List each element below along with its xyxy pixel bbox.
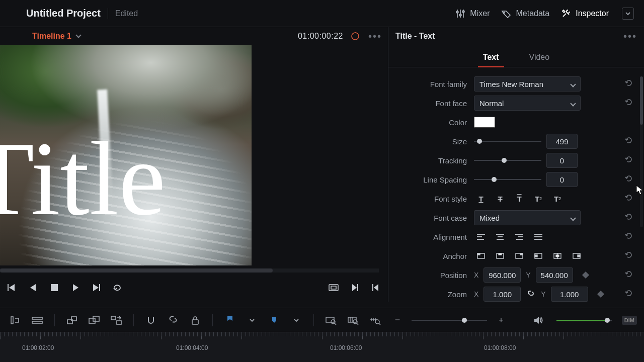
tracking-slider[interactable] (474, 155, 541, 165)
reset-zoom[interactable] (625, 289, 635, 299)
reset-font-face[interactable] (625, 98, 635, 108)
position-y-input[interactable] (536, 267, 573, 283)
tab-text[interactable]: Text (483, 53, 499, 67)
metadata-toggle[interactable]: Metadata (501, 8, 549, 19)
mixer-toggle[interactable]: Mixer (455, 8, 490, 19)
flag-marker-button[interactable] (222, 312, 238, 328)
inspector-options-button[interactable]: ••• (623, 31, 637, 42)
divider (108, 8, 108, 19)
stop-button[interactable] (48, 282, 60, 294)
font-face-select[interactable]: Normal (474, 96, 581, 111)
superscript-button[interactable]: T2 (531, 193, 545, 205)
svg-rect-47 (32, 317, 42, 319)
font-case-select[interactable]: Mixed (474, 210, 581, 225)
size-input[interactable] (546, 134, 578, 149)
sliders-icon (455, 8, 466, 19)
go-end-button[interactable] (91, 282, 103, 294)
viewer-options-button[interactable]: ••• (368, 31, 382, 42)
size-label: Size (388, 137, 474, 146)
svg-rect-8 (8, 284, 9, 291)
align-left-button[interactable] (474, 231, 488, 243)
tracking-input[interactable] (546, 153, 578, 168)
svg-rect-11 (51, 284, 58, 291)
timeline-dropdown[interactable]: Timeline 1 (32, 32, 80, 41)
overline-button[interactable]: T (512, 193, 526, 205)
color-swatch[interactable] (474, 117, 495, 128)
reset-anchor[interactable] (625, 251, 635, 261)
underline-button[interactable]: T (474, 193, 488, 205)
timeline-ruler[interactable]: 01:00:02:0001:00:04:0001:00:06:0001:00:0… (0, 332, 644, 362)
viewer-timecode[interactable]: 01:00:00:22 (298, 32, 343, 41)
next-clip-button[interactable] (349, 282, 361, 294)
viewer-canvas[interactable]: Title (0, 45, 252, 265)
size-slider[interactable] (474, 136, 541, 146)
reset-font-family[interactable] (625, 79, 635, 89)
zoom-prop-label: Zoom (388, 290, 474, 299)
anchor-mc-button[interactable] (550, 250, 565, 262)
position-x-label: X (474, 271, 478, 279)
prev-clip-button[interactable] (370, 282, 382, 294)
anchor-tr-button[interactable] (512, 250, 526, 262)
zoom-keyframe[interactable] (597, 291, 604, 298)
mute-button[interactable] (530, 312, 546, 328)
zoom-y-input[interactable] (551, 287, 588, 302)
tab-video[interactable]: Video (529, 53, 550, 67)
collapse-panel-button[interactable] (622, 8, 634, 20)
snap-button[interactable] (143, 312, 159, 328)
dim-button[interactable]: DIM (622, 316, 637, 325)
viewer-bar: Timeline 1 01:00:00:22 ••• (0, 27, 388, 45)
reset-position[interactable] (625, 270, 635, 280)
zoom-out-button[interactable]: − (389, 312, 406, 328)
link-icon[interactable] (527, 289, 535, 299)
marker-dropdown[interactable] (288, 312, 304, 328)
selection-tool[interactable] (7, 312, 23, 328)
line-spacing-slider[interactable] (474, 174, 541, 185)
anchor-ml-button[interactable] (531, 250, 545, 262)
position-x-input[interactable] (484, 267, 521, 283)
reset-tracking[interactable] (625, 155, 635, 165)
swap-button[interactable] (108, 312, 124, 328)
position-keyframe[interactable] (582, 272, 589, 279)
go-start-button[interactable] (6, 282, 18, 294)
step-back-button[interactable] (27, 282, 39, 294)
align-justify-button[interactable] (531, 231, 545, 243)
overlap-button[interactable] (86, 312, 102, 328)
font-case-label: Font case (388, 214, 474, 222)
viewer-scrollbar[interactable] (0, 268, 379, 273)
reset-font-style[interactable] (625, 194, 635, 204)
transport-controls (0, 274, 388, 302)
bypass-color-button[interactable] (349, 30, 361, 42)
strike-button[interactable]: T (493, 193, 507, 205)
align-right-button[interactable] (512, 231, 526, 243)
link-tool[interactable] (165, 312, 181, 328)
loop-button[interactable] (112, 282, 124, 294)
font-family-select[interactable]: Times New Roman (474, 76, 581, 92)
play-button[interactable] (69, 282, 82, 294)
zoom-x-input[interactable] (484, 287, 521, 302)
volume-slider[interactable] (556, 315, 612, 325)
zoom-c-button[interactable] (367, 312, 383, 328)
svg-rect-36 (499, 253, 502, 255)
inspector-scrollbar[interactable] (640, 76, 643, 227)
subscript-button[interactable]: T2 (550, 193, 565, 205)
stacked-button[interactable] (64, 312, 80, 328)
match-frame-button[interactable] (328, 282, 340, 294)
anchor-tc-button[interactable] (493, 250, 507, 262)
lock-button[interactable] (187, 312, 203, 328)
reset-line-spacing[interactable] (625, 174, 635, 185)
timeline-zoom-slider[interactable] (412, 315, 487, 325)
align-center-button[interactable] (493, 231, 507, 243)
reset-size[interactable] (625, 136, 635, 146)
flag-dropdown[interactable] (244, 312, 260, 328)
anchor-tl-button[interactable] (474, 250, 488, 262)
reset-font-case[interactable] (625, 213, 635, 223)
line-spacing-input[interactable] (546, 172, 578, 187)
zoom-b-button[interactable] (345, 312, 361, 328)
zoom-in-button[interactable]: + (493, 312, 509, 328)
zoom-a-button[interactable] (323, 312, 339, 328)
inspector-toggle[interactable]: Inspector (560, 8, 609, 19)
anchor-mr-button[interactable] (570, 250, 584, 262)
reset-alignment[interactable] (625, 232, 635, 242)
timeline-view-button[interactable] (29, 312, 45, 328)
marker-button[interactable] (266, 312, 282, 328)
